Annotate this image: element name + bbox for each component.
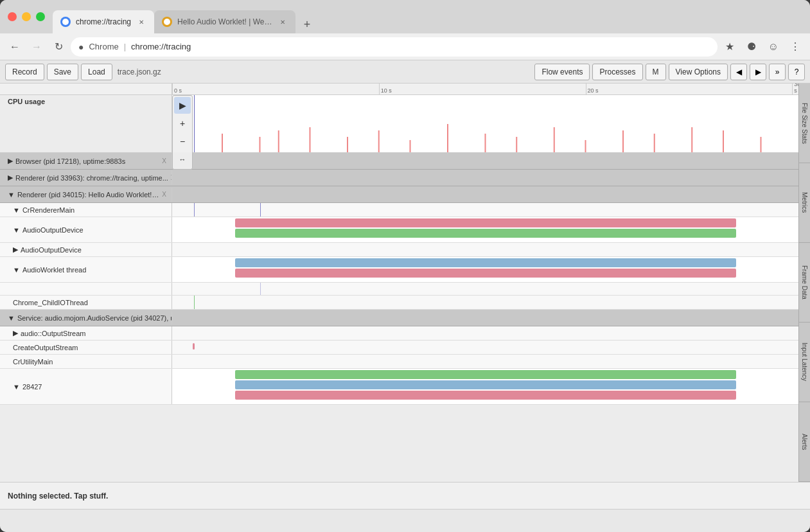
load-button[interactable]: Load xyxy=(81,64,112,80)
nav-in-button[interactable]: » xyxy=(769,64,786,80)
thread-28427-row[interactable]: ▼ 28427 xyxy=(0,369,798,405)
processes-button[interactable]: Processes xyxy=(592,64,642,80)
tool-panel: ▶ + − ↔ xyxy=(172,95,193,170)
close-button[interactable] xyxy=(8,12,17,21)
expand-icon: ▼ xyxy=(13,383,20,391)
chrome-child-io-label: Chrome_ChildIOThread xyxy=(0,296,172,309)
tab-label-tracing: chrome://tracing xyxy=(76,17,131,26)
filename-label: trace.json.gz xyxy=(115,67,161,76)
view-options-button[interactable]: View Options xyxy=(669,64,728,80)
flow-events-button[interactable]: Flow events xyxy=(534,64,590,80)
expand-icon: ▶ xyxy=(13,245,18,254)
address-bar[interactable]: ● Chrome | chrome://tracing xyxy=(71,37,718,57)
chrome-child-io-row[interactable]: Chrome_ChildIOThread xyxy=(0,296,798,310)
url-text: chrome://tracing xyxy=(131,42,191,51)
cr-renderer-main-row[interactable]: ▼ CrRendererMain xyxy=(0,203,798,217)
ruler-mark-0: 0 s xyxy=(172,84,182,94)
renderer-33963-close[interactable]: X xyxy=(171,174,172,181)
trace-area: 0 s 10 s 20 s 30 s ▶ + − ↔ CPU usage xyxy=(0,84,798,482)
expand-arrow: ▼ xyxy=(8,314,15,322)
cr-utility-main-row[interactable]: CrUtilityMain xyxy=(0,355,798,369)
trace-body[interactable]: CPU usage xyxy=(0,95,798,482)
service-audio-label: ▼ Service: audio.mojom.AudioService (pid… xyxy=(0,312,172,324)
tab-label-audio: Hello Audio Worklet! | WebAud... xyxy=(177,17,272,26)
sidebar-tab-metrics[interactable]: Metrics xyxy=(799,163,810,243)
bottom-bar xyxy=(0,509,810,532)
renderer-33963-text: Renderer (pid 33963): chrome://tracing, … xyxy=(15,174,168,182)
main-content: 0 s 10 s 20 s 30 s ▶ + − ↔ CPU usage xyxy=(0,84,810,482)
expand-arrow: ▶ xyxy=(13,329,18,337)
renderer-34015-close[interactable]: X xyxy=(162,191,166,198)
nav-right-button[interactable]: ▶ xyxy=(750,64,766,80)
audio-worklet-row[interactable]: ▼ AudioWorklet thread xyxy=(0,257,798,283)
toolbar-right: Flow events Processes M View Options ◀ ▶… xyxy=(534,64,805,80)
tab-close-tracing[interactable]: ✕ xyxy=(136,17,146,27)
svg-point-1 xyxy=(164,19,170,25)
ruler-mark-10: 10 s xyxy=(379,84,392,94)
audio-output-green-bar xyxy=(235,229,736,238)
record-button[interactable]: Record xyxy=(5,64,44,80)
status-bar: Nothing selected. Tap stuff. xyxy=(0,482,810,509)
audio-output-device-label: ▼ AudioOutputDevice xyxy=(0,217,172,242)
zoom-in-tool[interactable]: + xyxy=(174,115,191,132)
pan-tool[interactable]: ↔ xyxy=(174,151,191,168)
service-audio-header[interactable]: ▼ Service: audio.mojom.AudioService (pid… xyxy=(0,310,798,326)
audio-output-device-track xyxy=(172,217,798,242)
expand-arrow: ▼ xyxy=(8,191,15,199)
zoom-out-tool[interactable]: − xyxy=(174,133,191,150)
audio-worklet-label: ▼ AudioWorklet thread xyxy=(0,257,172,282)
renderer-34015-header[interactable]: ▼ Renderer (pid 34015): Hello Audio Work… xyxy=(0,186,798,203)
worklet-pink-bar xyxy=(235,269,736,278)
expand-icon: ▼ xyxy=(13,266,20,274)
thread-28427-track xyxy=(172,369,798,404)
spacer-label xyxy=(0,283,172,295)
ruler-marks: 0 s 10 s 20 s 30 s xyxy=(172,84,798,94)
renderer-33963-label: ▶ Renderer (pid 33963): chrome://tracing… xyxy=(0,171,172,184)
back-button[interactable]: ← xyxy=(5,37,24,57)
maximize-button[interactable] xyxy=(36,12,45,21)
renderer-33963-header[interactable]: ▶ Renderer (pid 33963): chrome://tracing… xyxy=(0,170,798,186)
tab-close-audio[interactable]: ✕ xyxy=(277,17,288,27)
browser-process-close[interactable]: X xyxy=(162,157,166,164)
audio-output-device-row[interactable]: ▼ AudioOutputDevice xyxy=(0,217,798,243)
ruler-mark-20: 20 s xyxy=(586,84,599,94)
reload-button[interactable]: ↻ xyxy=(49,37,68,57)
thread-28427-label: ▼ 28427 xyxy=(0,369,172,404)
nav-help-button[interactable]: ? xyxy=(788,64,805,80)
t28427-pink-bar xyxy=(235,391,736,400)
output-stream-row[interactable]: ▶ audio::OutputStream xyxy=(0,326,798,341)
sidebar-tab-frame-data[interactable]: Frame Data xyxy=(799,243,810,323)
browser-process-header[interactable]: ▶ Browser (pid 17218), uptime:9883s X xyxy=(0,153,798,170)
vl2 xyxy=(260,203,261,217)
spacer-row-1 xyxy=(0,283,798,296)
svg-point-0 xyxy=(62,19,69,25)
profile-button[interactable]: ☺ xyxy=(764,37,783,57)
audio-output-pink-bar xyxy=(235,218,736,227)
new-tab-button[interactable]: + xyxy=(298,15,316,33)
m-button[interactable]: M xyxy=(646,64,666,80)
menu-button[interactable]: ⋮ xyxy=(786,37,805,57)
audio-output-device-collapsed-row[interactable]: ▶ AudioOutputDevice xyxy=(0,243,798,257)
tab-tracing[interactable]: chrome://tracing ✕ xyxy=(53,10,154,33)
cpu-chart-svg xyxy=(172,95,798,152)
cpu-chart xyxy=(172,95,798,152)
bookmark-button[interactable]: ★ xyxy=(720,37,739,57)
create-output-stream-track xyxy=(172,341,798,354)
nav-left-button[interactable]: ◀ xyxy=(730,64,747,80)
browser-process-label: ▶ Browser (pid 17218), uptime:9883s X xyxy=(0,154,172,168)
minimize-button[interactable] xyxy=(22,12,31,21)
tab-audio[interactable]: Hello Audio Worklet! | WebAud... ✕ xyxy=(154,10,295,33)
spacer-track xyxy=(172,283,798,295)
cursor-tool[interactable]: ▶ xyxy=(174,97,191,114)
sidebar-tab-alerts[interactable]: Alerts xyxy=(799,402,810,482)
extensions-button[interactable]: ⚈ xyxy=(742,37,761,57)
save-button[interactable]: Save xyxy=(47,64,78,80)
ruler-label-col xyxy=(0,84,172,94)
service-audio-text: Service: audio.mojom.AudioService (pid 3… xyxy=(17,314,172,322)
create-output-stream-row[interactable]: CreateOutputStream xyxy=(0,341,798,355)
forward-button[interactable]: → xyxy=(27,37,46,57)
create-output-stream-label: CreateOutputStream xyxy=(0,341,172,354)
sidebar-tab-input-latency[interactable]: Input Latency xyxy=(799,323,810,402)
sidebar-tab-file-size[interactable]: File Size Stats xyxy=(799,84,810,163)
status-message: Nothing selected. Tap stuff. xyxy=(8,492,108,501)
